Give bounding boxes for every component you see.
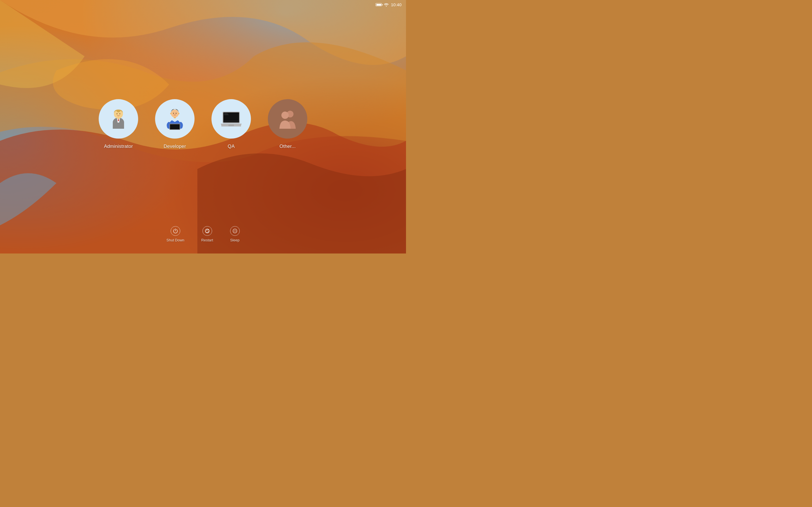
user-label-qa: QA	[228, 144, 235, 149]
sleep-label: Sleep	[230, 238, 239, 242]
sleep-button[interactable]: Sleep	[230, 226, 240, 242]
users-container: Administrator	[99, 99, 307, 149]
svg-point-24	[282, 112, 289, 119]
svg-rect-8	[117, 117, 119, 119]
restart-icon	[202, 226, 212, 236]
svg-point-6	[117, 114, 117, 114]
svg-rect-20	[229, 124, 234, 126]
sleep-icon	[230, 226, 240, 236]
svg-point-12	[170, 113, 172, 114]
svg-rect-16	[174, 117, 176, 118]
user-label-other: Other...	[280, 144, 296, 149]
user-avatar-qa	[211, 99, 251, 138]
svg-point-11	[175, 113, 176, 114]
user-avatar-developer	[155, 99, 195, 138]
restart-button[interactable]: Restart	[201, 226, 213, 242]
svg-rect-22	[223, 121, 239, 121]
user-item-developer[interactable]: Developer	[155, 99, 195, 149]
user-avatar-administrator	[99, 99, 138, 138]
user-item-other[interactable]: Other...	[268, 99, 307, 149]
user-label-administrator: Administrator	[104, 144, 133, 149]
shut-down-label: Shut Down	[166, 238, 185, 242]
user-avatar-other	[268, 99, 307, 138]
power-icon	[170, 226, 180, 236]
status-bar: 10:40	[371, 0, 406, 9]
user-item-administrator[interactable]: Administrator	[99, 99, 138, 149]
svg-point-7	[119, 114, 120, 114]
user-item-qa[interactable]: QA	[211, 99, 251, 149]
battery-icon	[375, 3, 382, 6]
bottom-actions: Shut Down Restart Sleep	[166, 226, 240, 242]
user-label-developer: Developer	[163, 144, 186, 149]
svg-rect-15	[170, 124, 180, 129]
svg-point-10	[173, 113, 174, 114]
svg-point-9	[171, 110, 179, 117]
restart-label: Restart	[201, 238, 213, 242]
svg-rect-21	[223, 122, 239, 122]
wifi-icon	[384, 3, 389, 6]
svg-point-13	[178, 113, 180, 114]
clock: 10:40	[391, 2, 402, 7]
shut-down-button[interactable]: Shut Down	[166, 226, 185, 242]
